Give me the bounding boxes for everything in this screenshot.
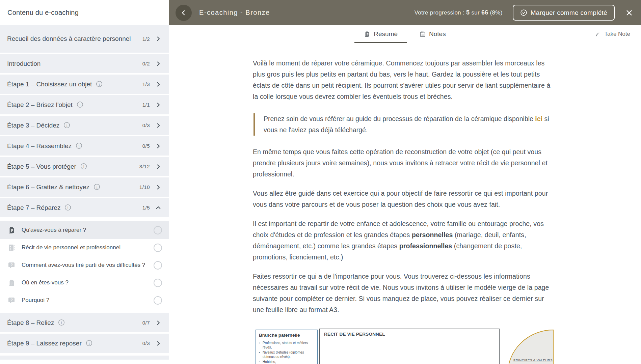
sidebar-section-list: Recueil des données à caractère personne… xyxy=(0,25,169,360)
svg-text:?: ? xyxy=(10,263,13,267)
take-note-button[interactable]: Take Note xyxy=(595,25,630,43)
info-icon[interactable]: i xyxy=(96,81,103,87)
paragraph-1: Voilà le moment de réparer votre céramiq… xyxy=(253,58,555,102)
sidebar-title: Contenu du e-coaching xyxy=(0,0,169,25)
branche-paternelle-title: Branche paternelle xyxy=(259,333,314,338)
sidebar-item-etape-8[interactable]: Étape 8 – Reliez i 0/7 xyxy=(0,313,169,332)
info-icon[interactable]: i xyxy=(86,340,92,346)
sidebar-item-etape-6[interactable]: Étape 6 – Grattez & nettoyez i 1/10 xyxy=(0,177,169,197)
chevron-right-icon xyxy=(155,122,161,129)
svg-text:i: i xyxy=(83,164,85,169)
guide-download-link[interactable]: ici xyxy=(535,115,542,122)
svg-text:i: i xyxy=(88,341,90,346)
chevron-right-icon xyxy=(155,102,161,108)
info-icon[interactable]: i xyxy=(80,163,87,170)
info-icon[interactable]: i xyxy=(94,184,100,190)
recit-de-vie-title: RECIT DE VIE PERSONNEL xyxy=(324,332,495,337)
checklist-icon xyxy=(7,244,16,252)
question-icon: ? xyxy=(7,261,16,269)
svg-text:?: ? xyxy=(10,298,13,302)
principes-valeurs-fan-shape: PRINCIPES & VALEURS xyxy=(507,329,557,364)
document-icon xyxy=(7,226,16,234)
tab-resume[interactable]: Résumé xyxy=(362,25,400,43)
info-icon[interactable]: i xyxy=(58,319,65,326)
svg-text:i: i xyxy=(61,320,62,325)
sidebar-item-introduction[interactable]: Introduction 0/2 xyxy=(0,54,169,73)
check-circle-icon xyxy=(520,9,527,16)
lesson-comment-tire-parti[interactable]: ? Comment avez-vous tiré parti de vos di… xyxy=(0,256,169,274)
svg-text:i: i xyxy=(79,103,81,107)
life-story-worksheet-preview: Branche paternelle Professions, statuts … xyxy=(253,328,555,364)
lesson-quavez-vous-a-reparer[interactable]: Qu'avez-vous à réparer ? xyxy=(0,221,169,239)
recit-de-vie-box: RECIT DE VIE PERSONNEL xyxy=(319,329,500,364)
info-icon[interactable]: i xyxy=(64,204,71,211)
paragraph-2: En même temps que vous faites cette opér… xyxy=(253,146,555,180)
summary-doc-icon xyxy=(364,31,371,37)
sidebar-next-row-clipped xyxy=(0,356,169,360)
course-title: E-coaching - Bronze xyxy=(199,9,415,17)
info-icon[interactable]: i xyxy=(63,122,70,129)
quill-icon xyxy=(595,31,601,37)
svg-text:i: i xyxy=(79,144,80,148)
chevron-right-icon xyxy=(155,61,161,67)
paragraph-5: Faites ressortir ce qui a de l'importanc… xyxy=(253,271,555,315)
chevron-right-icon xyxy=(155,340,161,346)
sidebar-item-etape-3[interactable]: Étape 3 – Décidez i 0/3 xyxy=(0,116,169,135)
question-icon: ? xyxy=(7,296,16,304)
sidebar-item-etape-4[interactable]: Étape 4 – Rassemblez i 0/5 xyxy=(0,136,169,156)
svg-text:i: i xyxy=(99,82,100,87)
worksheet-bullet: Professions, statuts et métiers rêvés, xyxy=(259,341,314,349)
branche-paternelle-box: Branche paternelle Professions, statuts … xyxy=(256,330,318,364)
worksheet-bullet: Niveaux d'études (diplômes obtenus ou rê… xyxy=(259,351,314,359)
lesson-content: Voilà le moment de réparer votre céramiq… xyxy=(169,44,641,364)
sidebar-item-etape-7[interactable]: Étape 7 – Réparez i 1/5 xyxy=(0,198,169,217)
lesson-status-circle xyxy=(154,296,162,305)
lesson-header-bar: E-coaching - Bronze Votre progression : … xyxy=(169,0,641,25)
info-icon[interactable]: i xyxy=(77,101,83,108)
paragraph-3: Vous allez être guidé dans cet exercice … xyxy=(253,188,555,210)
principes-valeurs-label: PRINCIPES & VALEURS xyxy=(513,358,553,362)
course-sidebar: Contenu du e-coaching Recueil des donnée… xyxy=(0,0,169,364)
tab-notes[interactable]: Notes xyxy=(417,25,448,43)
svg-text:i: i xyxy=(97,185,98,190)
chevron-right-icon xyxy=(155,81,161,87)
document-icon xyxy=(7,279,16,287)
lesson-main-panel: E-coaching - Bronze Votre progression : … xyxy=(169,0,641,364)
close-icon[interactable] xyxy=(625,9,633,17)
lesson-status-circle xyxy=(154,244,162,252)
lesson-tabbar: Résumé Notes Take Note xyxy=(169,25,641,43)
mark-complete-button[interactable]: Marquer comme complété xyxy=(513,5,615,21)
lesson-recit-de-vie[interactable]: Récit de vie personnel et professionnel xyxy=(0,239,169,256)
etape-7-lessons: Qu'avez-vous à réparer ? Récit de vie pe… xyxy=(0,221,169,309)
svg-text:i: i xyxy=(66,123,68,128)
chevron-right-icon xyxy=(155,184,161,190)
lesson-ou-en-etes-vous[interactable]: Où en êtes-vous ? xyxy=(0,274,169,291)
progress-text: Votre progression : 5 sur 66 (8%) xyxy=(415,9,503,16)
info-icon[interactable]: i xyxy=(76,142,82,149)
back-button[interactable] xyxy=(176,5,192,21)
chevron-right-icon xyxy=(155,36,161,42)
chevron-right-icon xyxy=(155,320,161,326)
callout-quote: Prenez soin de vous référer au guide du … xyxy=(253,113,555,136)
sidebar-item-etape-2[interactable]: Étape 2 – Brisez l'objet i 1/1 xyxy=(0,95,169,114)
sidebar-item-etape-1[interactable]: Étape 1 – Choisissez un objet i 1/3 xyxy=(0,75,169,94)
worksheet-bullet: Hobbies, xyxy=(259,360,314,364)
paragraph-4: Il est important de repartir de votre en… xyxy=(253,218,555,263)
lesson-status-circle xyxy=(154,261,162,270)
sidebar-item-etape-5[interactable]: Étape 5 – Vous protéger i 3/12 xyxy=(0,157,169,176)
sidebar-item-recueil-donnees[interactable]: Recueil des données à caractère personne… xyxy=(0,25,169,53)
lesson-status-circle xyxy=(154,226,162,234)
chevron-right-icon xyxy=(155,164,161,170)
lesson-status-circle xyxy=(154,279,162,287)
notes-icon xyxy=(419,31,426,37)
chevron-up-icon xyxy=(155,205,161,211)
sidebar-item-etape-9[interactable]: Étape 9 – Laissez reposer i 0/3 xyxy=(0,334,169,353)
chevron-right-icon xyxy=(155,143,161,149)
svg-text:i: i xyxy=(68,205,69,210)
lesson-pourquoi[interactable]: ? Pourquoi ? xyxy=(0,291,169,309)
